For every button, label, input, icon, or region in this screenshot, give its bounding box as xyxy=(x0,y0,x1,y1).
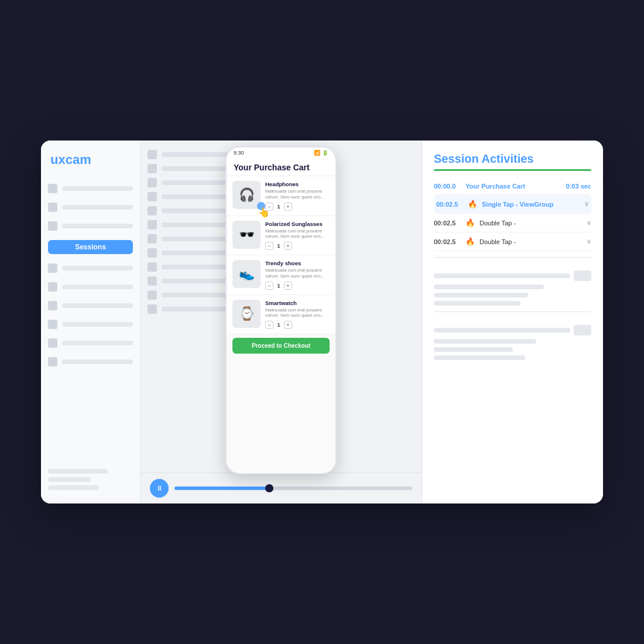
smartwatch-qty-minus[interactable]: − xyxy=(265,321,273,329)
cart-title: Your Purchase Cart xyxy=(227,158,335,176)
main-area: 🔥🔥🔥 9:30 📶 🔋 Your Purchase Cart 🎧 xyxy=(141,141,422,503)
play-icon-2 xyxy=(48,203,57,212)
logo: uxcam xyxy=(48,152,133,167)
progress-fill xyxy=(174,487,269,490)
chevron-icon-2: ∨ xyxy=(584,200,589,208)
sidebar-row-8 xyxy=(48,336,133,350)
play-icon-7 xyxy=(48,320,57,329)
sidebar-bar-5 xyxy=(62,285,133,289)
smartwatch-info: Smartwatch Malesuada cum erat posuere ru… xyxy=(265,300,330,330)
divider-2 xyxy=(434,311,591,312)
headphones-qty: − 1 + xyxy=(265,203,330,211)
ph-bar-7 xyxy=(434,347,513,352)
activity-row-1: 00:00.0 Your Purchase Cart 0:03 sec xyxy=(434,178,591,195)
activity-duration-1: 0:03 sec xyxy=(566,183,591,190)
divider-1 xyxy=(434,257,591,258)
sunglasses-desc: Malesuada cum erat posuere rutrum. Sem n… xyxy=(265,228,330,240)
shoes-qty-plus[interactable]: + xyxy=(284,282,292,290)
logo-cam: cam xyxy=(66,152,91,167)
fire-icon-3: 🔥 xyxy=(465,218,475,227)
headphones-image: 🎧 xyxy=(232,181,261,209)
ph-bar-5 xyxy=(434,328,570,333)
sidebar-row-6 xyxy=(48,299,133,313)
play-icon-3 xyxy=(48,221,57,231)
sidebar-bottom-bar-2 xyxy=(48,477,91,482)
smartwatch-qty-plus[interactable]: + xyxy=(284,321,292,329)
cart-item-headphones: 🎧 Headphones Malesuada cum erat posuere … xyxy=(227,176,335,216)
activity-label-3: Double Tap - xyxy=(479,220,580,227)
play-icon-4 xyxy=(48,263,57,273)
phone-screen: Your Purchase Cart 🎧 Headphones Malesuad… xyxy=(227,158,335,472)
sidebar: uxcam Sessions xyxy=(41,141,141,503)
placeholder-section-1 xyxy=(434,270,591,306)
shoes-desc: Malesuada cum erat posuere rutrum. Sem n… xyxy=(265,268,330,279)
progress-track[interactable] xyxy=(174,487,412,490)
cart-item-shoes: 👟 Trendy shoes Malesuada cum erat posuer… xyxy=(227,255,335,295)
shoes-qty: − 1 + xyxy=(265,282,330,290)
ph-row-6 xyxy=(434,339,591,344)
headphones-name: Headphones xyxy=(265,181,330,187)
tap-cursor: 👆 xyxy=(257,202,269,216)
ph-row-1 xyxy=(434,270,591,281)
play-icon-1 xyxy=(48,184,57,193)
sunglasses-info: Polarized Sunglasses Malesuada cum erat … xyxy=(265,221,330,251)
session-activities-panel: Session Activities 00:00.0 Your Purchase… xyxy=(422,141,603,503)
headphones-desc: Malesuada cum erat posuere rutrum. Sem n… xyxy=(265,189,330,200)
smartwatch-qty-val: 1 xyxy=(276,322,282,328)
ph-small-2 xyxy=(574,325,591,335)
ph-row-5 xyxy=(434,325,591,335)
main-icon-6 xyxy=(148,220,157,229)
checkout-button[interactable]: Proceed to Checkout xyxy=(232,338,330,354)
activity-label-1: Your Purchase Cart xyxy=(465,183,561,190)
sunglasses-qty: − 1 + xyxy=(265,242,330,250)
pause-button[interactable] xyxy=(150,479,169,498)
activity-label-4: Double Tap - xyxy=(479,238,580,245)
headphones-qty-val: 1 xyxy=(276,204,282,210)
sidebar-bottom-bar-1 xyxy=(48,469,108,474)
sunglasses-qty-plus[interactable]: + xyxy=(284,242,292,250)
play-icon-6 xyxy=(48,301,57,310)
sidebar-row-4 xyxy=(48,261,133,275)
sunglasses-qty-val: 1 xyxy=(276,243,282,249)
headphones-qty-plus[interactable]: + xyxy=(284,203,292,211)
activity-row-2[interactable]: 00:02.5 🔥 Single Tap - ViewGroup ∨ xyxy=(434,195,591,214)
logo-ux: ux xyxy=(50,152,66,167)
sidebar-bar-1 xyxy=(62,186,133,191)
shoes-qty-minus[interactable]: − xyxy=(265,282,273,290)
sidebar-bottom-bar-3 xyxy=(48,485,99,490)
activity-time-1: 00:00.0 xyxy=(434,183,461,190)
sidebar-bar-7 xyxy=(62,322,133,327)
play-icon-8 xyxy=(48,338,57,348)
chevron-icon-4: ∨ xyxy=(587,238,591,245)
smartwatch-qty: − 1 + xyxy=(265,321,330,329)
headphones-info: Headphones Malesuada cum erat posuere ru… xyxy=(265,181,330,211)
shoes-image: 👟 xyxy=(232,260,261,288)
placeholder-section-2 xyxy=(434,325,591,360)
phone-status-bar: 9:30 📶 🔋 xyxy=(227,148,335,158)
ph-row-8 xyxy=(434,355,591,360)
shoes-qty-val: 1 xyxy=(276,283,282,289)
ph-row-2 xyxy=(434,285,591,289)
sidebar-bar-9 xyxy=(62,359,133,364)
smartwatch-desc: Malesuada cum erat posuere rutrum. Sem n… xyxy=(265,307,330,319)
sidebar-row-7 xyxy=(48,317,133,331)
smartwatch-image: ⌚ xyxy=(232,300,261,328)
main-icon-4 xyxy=(148,192,157,201)
ph-row-3 xyxy=(434,293,591,297)
ph-small-1 xyxy=(574,270,591,281)
playback-bar xyxy=(141,472,422,503)
activity-time-3: 00:02.5 xyxy=(434,220,461,227)
activity-row-3[interactable]: 00:02.5 🔥 Double Tap - ∨ xyxy=(434,214,591,232)
cart-item-smartwatch: ⌚ Smartwatch Malesuada cum erat posuere … xyxy=(227,295,335,335)
sunglasses-qty-minus[interactable]: − xyxy=(265,242,273,250)
progress-thumb xyxy=(265,484,273,492)
activity-row-4[interactable]: 00:02.5 🔥 Double Tap - ∨ xyxy=(434,232,591,251)
ph-row-7 xyxy=(434,347,591,352)
sessions-button[interactable]: Sessions xyxy=(48,240,133,254)
main-icon-11 xyxy=(148,290,157,300)
session-activities-title: Session Activities xyxy=(434,152,591,166)
sidebar-row-3 xyxy=(48,219,133,233)
status-time: 9:30 xyxy=(234,150,244,156)
sunglasses-name: Polarized Sunglasses xyxy=(265,221,330,227)
shoes-name: Trendy shoes xyxy=(265,260,330,266)
